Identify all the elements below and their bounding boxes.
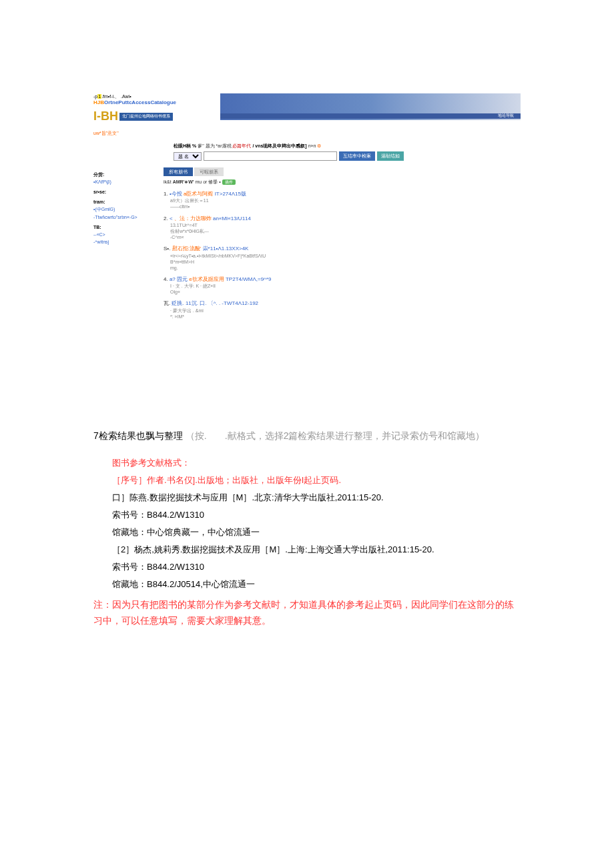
catalog-screenshot: -p1.fm•f-i.、 .Awi• HJBOrtnePuttcAccessCa…	[93, 93, 521, 320]
call1-val: B844.2/W1310	[147, 510, 204, 520]
result-item: 2. < 、法：力达聊炸 an«MI«13/U114 13.1TUr^=4T 俭…	[164, 215, 521, 241]
result-title[interactable]: 瓦. 贬挑. 11沉. 口. 〔^. . -TWT4Λ12-192	[164, 300, 521, 307]
q7-grey1: （按.	[186, 430, 207, 441]
result-item: 瓦. 贬挑. 11沉. 口. 〔^. . -TWT4Λ12-192 · 豪大学出…	[164, 300, 521, 320]
loc2-val: B844.2/J0514,中心馆流通一	[147, 579, 255, 589]
loc1-val: 中心馆典藏一，中心馆流通一	[147, 527, 260, 537]
uw-label: uw*旨"意文"	[93, 130, 207, 136]
facet-category-label: 分货:	[93, 171, 157, 177]
brand-ibh: I-BH	[93, 109, 118, 124]
logo-line1: -p1.fm•f-i.、 .Awi•	[93, 93, 207, 99]
result-title[interactable]: S•. 慰石拒:流酸' 崇*11•Λ1.13XX>4K	[164, 246, 521, 252]
result-title[interactable]: 4. a? 固元 e欤术及踞应用 TP2T4/WMΛ,=9^*9	[164, 276, 521, 283]
facet-w-link[interactable]: -^witnsj	[93, 239, 157, 245]
result-sub3: mg.	[170, 265, 521, 271]
filter-prefix: ik&t	[164, 179, 172, 184]
q7-num: 7	[93, 430, 99, 441]
reset-button[interactable]: 温耻结如	[377, 151, 404, 161]
result-sub2: ——cltm•	[170, 203, 521, 209]
result-sub3: -C^m«	[170, 234, 521, 240]
call2-label: 索书号：	[112, 562, 147, 572]
facet-tt-link[interactable]: -Ttwi\cwrto"srbn«-G>	[93, 214, 157, 220]
call1-label: 索书号：	[112, 510, 147, 520]
filter-chip[interactable]: 摘件	[222, 179, 236, 185]
format-header: 图书参考文献格式：	[112, 454, 521, 472]
location-1: 馆藏地：中心馆典藏一，中心馆流通一	[112, 524, 521, 541]
logo-hjb: HJB	[93, 99, 104, 105]
exercise-section: 7检索结果也飘与整理 （按. .献格式，选择2篇检索结果进行整理，并记录索仿号和…	[93, 426, 521, 629]
si-prefix: 松眼H柄 %	[174, 143, 196, 148]
logo-opac: OrtnePuttcAccessCatalogue	[104, 99, 176, 105]
header-banner: 地论导航	[220, 93, 521, 120]
result-item: S•. 慰石拒:流酸' 崇*11•Λ1.13XX>4K «ir<≈r¼yT•a.…	[164, 246, 521, 271]
filter-amr: AMR'∗W'	[173, 179, 194, 184]
facet-srse-label: sr•se:	[93, 189, 157, 195]
result-sub2: Olg«	[170, 289, 521, 295]
gear-icon[interactable]: ⚙	[317, 143, 321, 148]
result-sub2: *: »IM*	[170, 314, 521, 320]
logo-line2: HJBOrtnePuttcAccessCatalogue	[93, 99, 207, 106]
results-tabs: 所有朋书 可暇朋系	[164, 167, 521, 176]
result-sub2: B*m«ttM>H	[170, 259, 521, 265]
result-sub1: «ir<≈r¼yT•a.•i<tkMISt>/nbMKV>F|*KaBtfSΛt…	[170, 253, 521, 259]
note-text: 注：因为只有把图书的某部分作为参考文献时，才知道具体的参考起止页码，因此同学们在…	[93, 597, 521, 629]
si-after: / vns现终及申辩出中感叙]	[252, 143, 306, 148]
reference-2: ［2］杨杰,姚莉秀.数据挖掘技术及应用［M］.上海:上海交通大学出版社,2011…	[112, 541, 521, 558]
brand-tag: 北门提州公地网络特书馆系	[119, 113, 173, 121]
facet-tram-link[interactable]: •(中GmlG)	[93, 206, 157, 212]
logo-area: -p1.fm•f-i.、 .Awi• HJBOrtnePuttcAccessCa…	[93, 93, 207, 136]
logo-line1-rest: .fm•f-i.、 .Awi•	[101, 94, 131, 99]
result-item: 4. a? 固元 e欤术及踞应用 TP2T4/WMΛ,=9^*9 I · 文 .…	[164, 276, 521, 296]
call2-val: B844.2/W1310	[147, 562, 204, 572]
search-info: 松眼H柄 % 爹" 题为 *ar露税 必篇年代 / vns现终及申辩出中感叙] …	[174, 143, 521, 149]
facet-tram-label: tram:	[93, 199, 157, 205]
si-mid: 必篇年代	[232, 143, 251, 148]
result-title[interactable]: 1. •今投 a臣术与阿阎 IT>274Λ15版	[164, 191, 521, 197]
call-number-1: 索书号：B844.2/W1310	[112, 506, 521, 524]
format-template: ［序号］作者.书名仅].出版地；出版社，出版年份I起止页码.	[112, 472, 521, 489]
q7-grey2: .献格式，选择2篇检索结果进行整理，并记录索仿号和馆藏地）	[225, 430, 485, 441]
reference-1: 口］陈燕.数据挖掘技术与应用［M］.北京:清华大学出版社,2011:15-20.	[112, 489, 521, 506]
result-sub2: 俭材w*x*0HlG私---	[170, 228, 521, 234]
facet-sidebar: 分货: •KΛfP\β) sr•se: tram: •(中GmlG) -Ttwi…	[93, 167, 157, 320]
result-sub1: · 豪大学出 . &mi	[170, 308, 521, 314]
si-body: 爹" 题为 *ar露税	[198, 143, 231, 148]
search-in-results-button[interactable]: 互结率中检案	[339, 151, 375, 161]
location-2: 馆藏地：B844.2/J0514,中心馆流通一	[112, 576, 521, 593]
result-sub1: 13.1TUr^=4T	[170, 222, 521, 228]
filter-rest: mu or 修學 •	[195, 179, 220, 184]
call-number-2: 索书号：B844.2/W1310	[112, 558, 521, 576]
results-area: 所有朋书 可暇朋系 ik&t AMR'∗W' mu or 修學 • 摘件 1. …	[164, 167, 521, 320]
search-bar: 题 名 互结率中检案 温耻结如	[174, 151, 521, 161]
facet-c-link[interactable]: --«C>	[93, 232, 157, 238]
result-sub1: a9大）出揪长＝11	[170, 197, 521, 203]
result-sub1: I · 文 . 大学. K · 皑Z«II	[170, 283, 521, 289]
result-title[interactable]: 2. < 、法：力达聊炸 an«MI«13/U114	[164, 215, 521, 222]
tab-all-books[interactable]: 所有朋书	[164, 167, 193, 176]
loc1-label: 馆藏地：	[112, 527, 147, 537]
question-7-title: 7检索结果也飘与整理 （按. .献格式，选择2篇检索结果进行整理，并记录索仿号和…	[93, 426, 521, 445]
loc2-label: 馆藏地：	[112, 579, 147, 589]
search-input[interactable]	[204, 151, 337, 161]
result-item: 1. •今投 a臣术与阿阎 IT>274Λ15版 a9大）出揪长＝11 ——cl…	[164, 191, 521, 210]
field-select[interactable]: 题 名	[174, 152, 202, 161]
facet-category-link[interactable]: •KΛfP\β)	[93, 179, 157, 185]
facet-tb-label: TB:	[93, 224, 157, 230]
si-tail: n»n	[308, 143, 316, 148]
q7-black: 检索结果也飘与整理	[99, 430, 183, 441]
tab-available[interactable]: 可暇朋系	[194, 167, 224, 176]
filter-row: ik&t AMR'∗W' mu or 修學 • 摘件	[164, 179, 521, 185]
banner-text[interactable]: 地论导航	[498, 113, 514, 119]
